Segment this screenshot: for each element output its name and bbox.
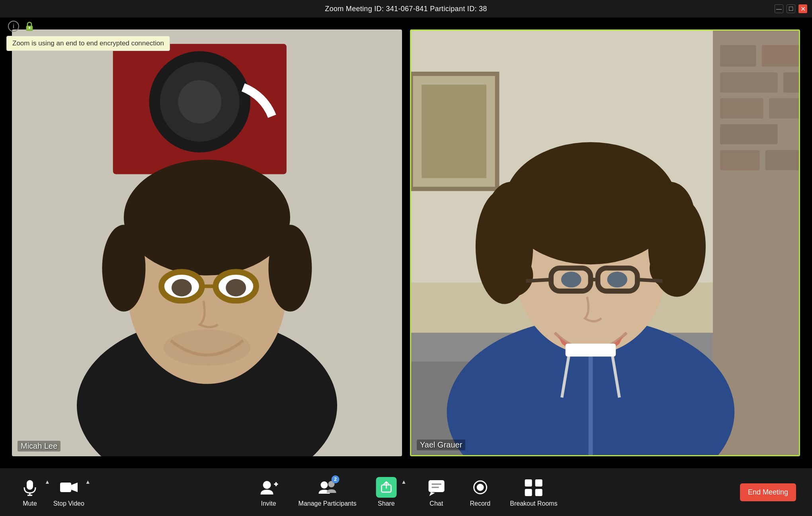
video-grid: Micah Lee xyxy=(0,18,812,468)
top-left-icons: i xyxy=(8,21,35,32)
svg-line-51 xyxy=(526,280,551,281)
mute-label: Mute xyxy=(23,500,37,507)
svg-rect-22 xyxy=(720,45,756,66)
svg-point-11 xyxy=(102,225,146,312)
svg-rect-71 xyxy=(525,479,532,487)
video-tile-micah: Micah Lee xyxy=(12,29,402,456)
svg-point-43 xyxy=(486,182,537,254)
window-controls: — ☐ ✕ xyxy=(775,4,807,13)
svg-rect-55 xyxy=(566,344,616,357)
svg-point-1 xyxy=(29,27,30,29)
svg-rect-56 xyxy=(27,480,33,490)
svg-rect-72 xyxy=(535,479,543,487)
chat-icon xyxy=(426,477,447,498)
svg-rect-73 xyxy=(525,489,532,496)
maximize-button[interactable]: ☐ xyxy=(787,4,795,13)
svg-rect-66 xyxy=(428,480,444,492)
lock-icon[interactable] xyxy=(24,21,35,32)
share-icon-bg xyxy=(376,477,396,498)
toolbar-left: Mute ▲ Stop Video ▲ xyxy=(16,477,91,507)
stop-video-button[interactable]: Stop Video xyxy=(53,477,84,507)
stop-video-label: Stop Video xyxy=(53,500,84,507)
info-icon[interactable]: i xyxy=(8,21,19,32)
share-control: Share ▲ xyxy=(372,477,406,507)
mute-chevron-icon: ▲ xyxy=(45,479,50,485)
video-camera-icon xyxy=(59,477,79,498)
svg-rect-30 xyxy=(765,150,799,170)
toolbar-right: End Meeting xyxy=(740,483,796,501)
share-chevron-icon: ▲ xyxy=(401,479,406,485)
svg-point-54 xyxy=(607,272,627,287)
manage-participants-label: Manage Participants xyxy=(299,500,357,507)
svg-point-6 xyxy=(178,80,221,123)
svg-point-45 xyxy=(644,182,695,254)
meeting-title: Zoom Meeting ID: 341-067-841 Participant… xyxy=(325,5,487,13)
toolbar: Mute ▲ Stop Video ▲ xyxy=(0,468,812,516)
svg-rect-28 xyxy=(720,124,778,145)
participant-name-yael: Yael Grauer xyxy=(417,440,465,450)
minimize-button[interactable]: — xyxy=(775,4,783,13)
invite-icon xyxy=(258,477,279,498)
svg-point-53 xyxy=(561,272,582,287)
share-arrow-button[interactable]: ▲ xyxy=(401,479,406,485)
svg-rect-23 xyxy=(762,45,799,66)
encryption-tooltip: Zoom is using an end to end encrypted co… xyxy=(6,36,170,51)
video-arrow-button[interactable]: ▲ xyxy=(85,479,91,485)
svg-point-18 xyxy=(164,330,250,366)
svg-point-16 xyxy=(172,279,192,297)
svg-rect-29 xyxy=(720,150,759,170)
svg-rect-24 xyxy=(720,72,778,93)
mute-control: Mute ▲ xyxy=(16,477,50,507)
svg-point-17 xyxy=(226,279,246,297)
close-button[interactable]: ✕ xyxy=(798,4,807,13)
share-label: Share xyxy=(378,500,395,507)
svg-line-52 xyxy=(637,280,662,281)
video-chevron-icon: ▲ xyxy=(85,479,91,485)
invite-button[interactable]: Invite xyxy=(255,477,283,507)
toolbar-center: Invite 2 Manage Participants xyxy=(255,477,558,507)
participants-badge: 2 xyxy=(331,475,339,483)
svg-point-70 xyxy=(476,484,484,491)
svg-point-12 xyxy=(268,225,312,312)
share-button[interactable]: Share xyxy=(372,477,400,507)
svg-rect-25 xyxy=(783,72,799,93)
svg-rect-26 xyxy=(720,98,763,119)
participant-name-micah: Micah Lee xyxy=(18,441,61,452)
chat-button[interactable]: Chat xyxy=(422,477,450,507)
record-label: Record xyxy=(470,500,490,507)
svg-rect-32 xyxy=(422,85,486,178)
manage-participants-button[interactable]: 2 Manage Participants xyxy=(299,477,357,507)
chat-label: Chat xyxy=(429,500,443,507)
svg-point-10 xyxy=(124,160,290,276)
record-button[interactable]: Record xyxy=(466,477,494,507)
record-icon xyxy=(470,477,490,498)
stop-video-control: Stop Video ▲ xyxy=(53,477,91,507)
svg-rect-27 xyxy=(769,98,799,119)
svg-point-46 xyxy=(490,254,533,297)
breakout-rooms-button[interactable]: Breakout Rooms xyxy=(510,477,557,507)
share-icon xyxy=(376,477,396,498)
svg-point-60 xyxy=(263,481,271,489)
mute-arrow-button[interactable]: ▲ xyxy=(45,479,50,485)
svg-point-63 xyxy=(320,481,328,489)
invite-label: Invite xyxy=(261,500,276,507)
participants-icon: 2 xyxy=(317,477,338,498)
mute-button[interactable]: Mute xyxy=(16,477,44,507)
breakout-rooms-icon xyxy=(523,477,544,498)
svg-rect-59 xyxy=(60,483,71,492)
video-tile-yael: Yael Grauer xyxy=(410,29,800,456)
microphone-icon xyxy=(20,477,40,498)
svg-rect-74 xyxy=(535,489,543,496)
title-bar: Zoom Meeting ID: 341-067-841 Participant… xyxy=(0,0,812,18)
end-meeting-button[interactable]: End Meeting xyxy=(740,483,796,501)
breakout-rooms-label: Breakout Rooms xyxy=(510,500,557,507)
